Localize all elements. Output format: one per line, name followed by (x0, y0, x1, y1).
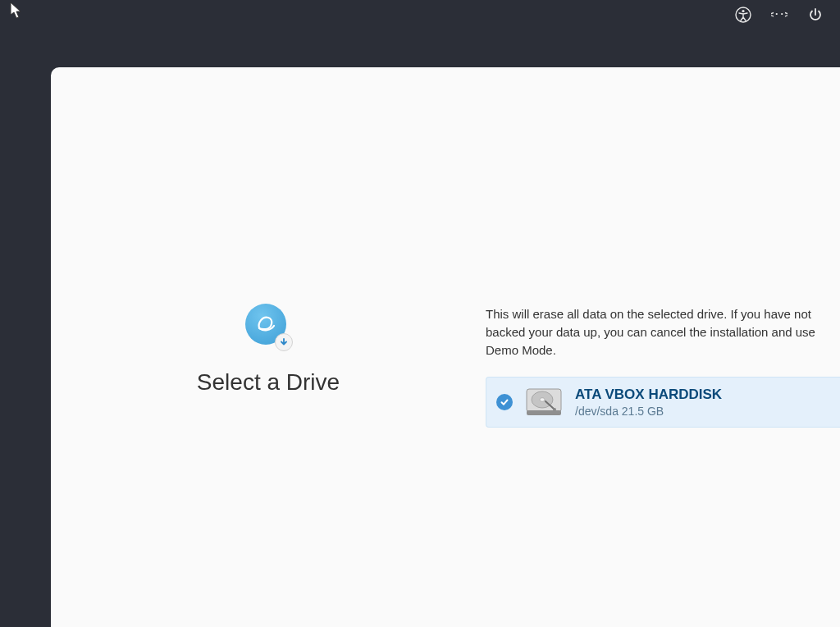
warning-text: This will erase all data on the selected… (486, 305, 840, 359)
svg-point-1 (742, 10, 744, 12)
power-icon[interactable] (807, 7, 824, 23)
drive-name: ATA VBOX HARDDISK (575, 387, 722, 403)
right-pane: This will erase all data on the selected… (486, 67, 840, 627)
wired-network-icon[interactable]: <··> (771, 7, 788, 23)
accessibility-icon[interactable] (735, 7, 751, 23)
page-title: Select a Drive (197, 369, 340, 396)
system-top-bar: <··> (735, 0, 840, 30)
selected-check-icon (496, 394, 513, 410)
left-pane: Select a Drive (51, 67, 486, 627)
harddisk-icon (524, 386, 564, 419)
svg-text:<··>: <··> (771, 9, 788, 20)
mouse-cursor-icon (10, 2, 25, 23)
svg-point-5 (540, 398, 545, 402)
drive-option[interactable]: ATA VBOX HARDDISK /dev/sda 21.5 GB (486, 377, 840, 428)
download-badge-icon (275, 333, 293, 351)
drive-subtitle: /dev/sda 21.5 GB (575, 405, 722, 418)
svg-rect-7 (527, 410, 561, 415)
installer-window: Select a Drive This will erase all data … (51, 67, 840, 627)
installer-logo (245, 304, 291, 350)
drive-text: ATA VBOX HARDDISK /dev/sda 21.5 GB (575, 387, 722, 418)
